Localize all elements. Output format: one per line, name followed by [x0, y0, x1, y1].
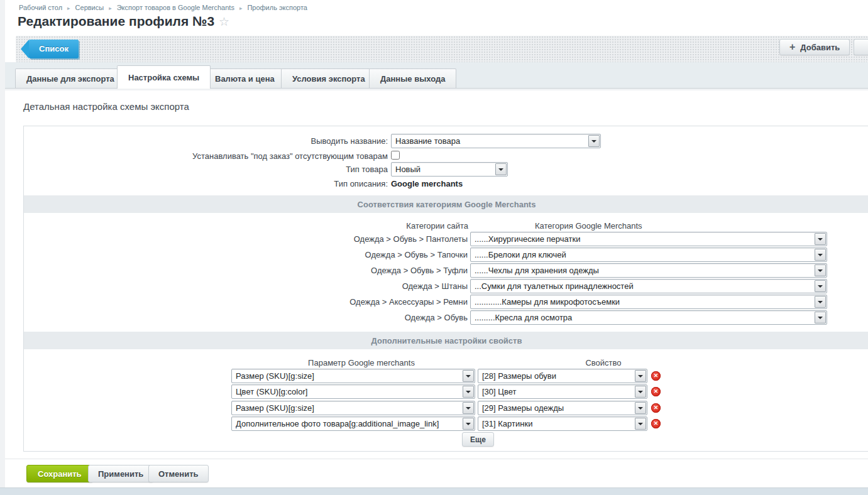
property-value: [30] Цвет [482, 385, 633, 398]
form-heading: Детальная настройка схемы экспорта [23, 101, 189, 112]
property-select[interactable]: [29] Размеры одежды [478, 401, 647, 415]
property-column-header: Свойство [553, 358, 654, 367]
breadcrumb-link-services[interactable]: Сервисы [75, 4, 104, 11]
breadcrumb-link-profile[interactable]: Профиль экспорта [247, 4, 307, 11]
chevron-down-icon[interactable] [588, 135, 600, 147]
page-title: Редактирование профиля №3☆ [18, 14, 229, 29]
toolbar [16, 36, 868, 62]
gm-param-value: Дополнительное фото товара[g:additional_… [236, 417, 461, 430]
chevron-down-icon[interactable] [635, 418, 646, 430]
gm-category-value: ......Хирургические перчатки [475, 232, 813, 246]
page-title-text: Редактирование профиля №3 [18, 14, 214, 28]
product-type-label: Тип товара [136, 165, 388, 174]
gm-category-select[interactable]: .........Кресла для осмотра [470, 310, 827, 325]
chevron-down-icon[interactable] [635, 370, 646, 382]
gm-category-select[interactable]: ......Чехлы для хранения одежды [470, 263, 827, 278]
site-category-label: Одежда > Обувь > Пантолеты [254, 234, 468, 244]
chevron-down-icon[interactable] [463, 402, 474, 414]
gm-param-column-header: Параметр Google merchants [270, 358, 453, 367]
delete-row-icon[interactable]: ✕ [651, 419, 661, 428]
output-name-select[interactable]: Название товара [391, 134, 601, 148]
site-category-label: Одежда > Обувь > Туфли [254, 266, 468, 275]
tab-export-data[interactable]: Данные для экспорта [15, 68, 126, 88]
property-select[interactable]: [30] Цвет [478, 384, 647, 399]
chevron-down-icon[interactable] [815, 264, 826, 276]
favorite-star-icon[interactable]: ☆ [219, 15, 229, 28]
page-bottom-divider [0, 487, 868, 488]
tab-currency-price[interactable]: Валюта и цена [204, 68, 286, 88]
categories-section-header: Соответствия категориям Google Merchants [24, 195, 868, 213]
breadcrumb-separator-icon: ▸ [109, 5, 112, 11]
product-type-select[interactable]: Новый [391, 162, 508, 177]
tab-scheme-settings[interactable]: Настройка схемы [117, 65, 211, 89]
breadcrumb-separator-icon: ▸ [239, 5, 243, 11]
tab-export-conditions[interactable]: Условия экспорта [281, 68, 376, 88]
chevron-down-icon[interactable] [463, 386, 474, 398]
delete-row-icon[interactable]: ✕ [651, 387, 661, 396]
save-button[interactable]: Сохранить [26, 465, 93, 482]
site-category-label: Одежда > Обувь [254, 313, 468, 322]
chevron-down-icon[interactable] [815, 233, 826, 245]
apply-button[interactable]: Применить [88, 465, 153, 482]
product-type-value: Новый [395, 163, 493, 176]
gm-param-value: Цвет (SKU)[g:color] [236, 385, 461, 398]
property-value: [28] Размеры обуви [482, 369, 633, 383]
gm-param-value: Размер (SKU)[g:size] [236, 369, 461, 383]
property-select[interactable]: [28] Размеры обуви [478, 369, 647, 383]
property-select[interactable]: [31] Картинки [478, 416, 647, 431]
gm-category-select[interactable]: ......Хирургические перчатки [470, 232, 827, 246]
properties-section-header: Дополнительные настройки свойств [24, 332, 868, 349]
description-type-label: Тип описания: [136, 179, 388, 188]
chevron-down-icon[interactable] [463, 370, 474, 382]
page-left-margin [0, 0, 5, 488]
gm-param-select[interactable]: Размер (SKU)[g:size] [231, 369, 475, 383]
site-category-label: Одежда > Обувь > Тапочки [254, 250, 468, 259]
gm-category-value: ......Чехлы для хранения одежды [475, 264, 813, 277]
cancel-button[interactable]: Отменить [148, 465, 209, 482]
gm-category-value: ......Брелоки для ключей [475, 248, 813, 261]
delete-row-icon[interactable]: ✕ [651, 371, 661, 381]
on-order-checkbox[interactable] [391, 151, 400, 160]
more-button[interactable]: Еще [462, 432, 494, 447]
output-name-value: Название товара [395, 134, 586, 148]
breadcrumb: Рабочий стол▸Сервисы▸Экспорт товаров в G… [19, 4, 307, 11]
footer-divider [5, 459, 868, 459]
description-type-value: Google merchants [391, 179, 463, 188]
page: Рабочий стол▸Сервисы▸Экспорт товаров в G… [0, 0, 868, 495]
output-name-label: Выводить название: [136, 136, 388, 146]
plus-icon: + [789, 42, 795, 52]
gm-param-select[interactable]: Цвет (SKU)[g:color] [231, 384, 475, 399]
gm-param-select[interactable]: Дополнительное фото товара[g:additional_… [231, 416, 475, 431]
property-value: [31] Картинки [482, 417, 633, 430]
chevron-down-icon[interactable] [815, 249, 826, 261]
gm-param-value: Размер (SKU)[g:size] [236, 401, 461, 415]
list-button[interactable]: Список [29, 40, 79, 58]
chevron-down-icon[interactable] [635, 402, 646, 414]
gm-category-select[interactable]: ............Камеры для микрофотосъемки [470, 295, 827, 309]
chevron-down-icon[interactable] [815, 296, 826, 308]
gm-category-value: ...Сумки для туалетных принадлежностей [475, 280, 813, 293]
gm-param-select[interactable]: Размер (SKU)[g:size] [231, 401, 475, 415]
chevron-down-icon[interactable] [815, 312, 826, 324]
chevron-down-icon[interactable] [495, 163, 507, 175]
chevron-down-icon[interactable] [463, 418, 474, 430]
chevron-down-icon[interactable] [635, 386, 646, 398]
gm-category-column-header: Категория Google Merchants [535, 221, 642, 231]
gm-category-select[interactable]: ......Брелоки для ключей [470, 248, 827, 262]
chevron-down-icon[interactable] [815, 280, 826, 292]
site-category-label: Одежда > Штаны [254, 281, 468, 291]
breadcrumb-link-desktop[interactable]: Рабочий стол [19, 4, 62, 11]
breadcrumb-separator-icon: ▸ [67, 5, 70, 11]
delete-row-icon[interactable]: ✕ [651, 403, 661, 413]
on-order-label: Устанавливать "под заказ" отсутствующим … [136, 151, 388, 161]
gm-category-select[interactable]: ...Сумки для туалетных принадлежностей [470, 279, 827, 293]
site-categories-column-header: Категории сайта [314, 221, 468, 231]
gm-category-value: .........Кресла для осмотра [475, 311, 813, 324]
add-button-label: Добавить [800, 43, 840, 52]
toolbar-extra-button[interactable] [854, 39, 868, 55]
add-button[interactable]: +Добавить [779, 39, 850, 55]
site-category-label: Одежда > Аксессуары > Ремни [254, 297, 468, 307]
gm-category-value: ............Камеры для микрофотосъемки [475, 295, 813, 308]
tab-output-data[interactable]: Данные выхода [369, 68, 456, 88]
breadcrumb-link-export[interactable]: Экспорт товаров в Google Merchants [117, 4, 234, 11]
